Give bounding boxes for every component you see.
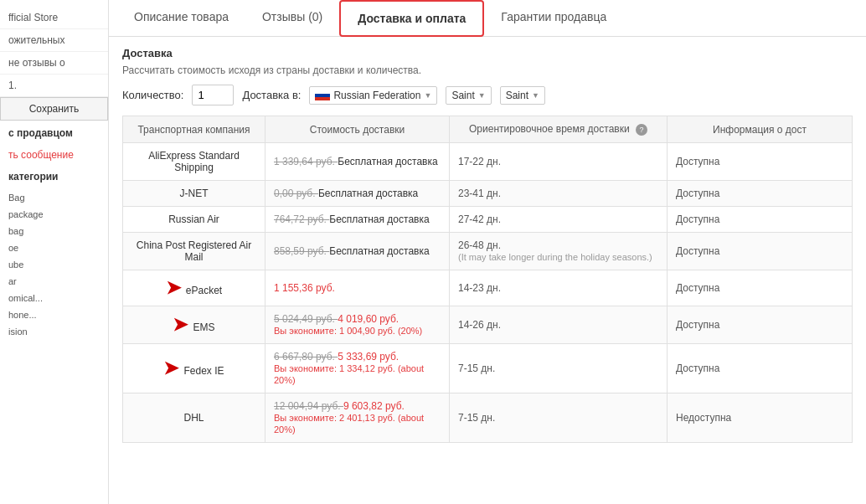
availability-cell: Доступна [668,306,853,344]
availability-cell: Доступна [668,143,853,181]
sidebar-cat-bag[interactable]: Bag [0,189,108,206]
sidebar-cat-omical[interactable]: omical... [0,290,108,306]
price-original: 12 004,94 руб. [274,400,343,412]
carrier-cell: China Post Registered Air Mail [123,233,265,270]
city2-value: Saint [506,90,528,101]
availability-cell: Доступна [668,270,853,306]
availability-text: Доступна [676,363,719,374]
table-row: Russian Air764,72 руб. Бесплатная достав… [123,207,853,233]
carrier-cell: J-NET [123,181,265,207]
calculator-row: Количество: Доставка в: Russian Federati… [122,85,853,105]
availability-text: Доступна [676,245,719,257]
table-row: ➤EMS5 024,49 руб. 4 019,60 руб.Вы эконом… [123,306,853,344]
cost-cell: 1 339,64 руб. Бесплатная доставка [265,143,450,181]
carrier-cell: ➤ePacket [123,270,265,306]
tab-guarantee[interactable]: Гарантии продавца [484,0,623,36]
time-cell: 17-22 дн. [450,143,668,181]
sidebar-section1: ожительных [0,29,108,52]
price-current: 9 603,82 руб. [343,400,405,412]
table-row: DHL12 004,94 руб. 9 603,82 руб.Вы эконом… [123,393,853,443]
availability-cell: Доступна [668,344,853,393]
availability-cell: Доступна [668,207,853,233]
price-current: Бесплатная доставка [318,188,418,199]
tab-delivery[interactable]: Доставка и оплата [339,0,484,37]
carrier-cell: Russian Air [123,207,265,233]
cost-cell: 858,59 руб. Бесплатная доставка [265,233,450,270]
sidebar-cat-ision[interactable]: ision [0,323,108,340]
price-save: Вы экономите: 1 334,12 руб. (about 20%) [274,363,424,385]
price-original: 764,72 руб. [274,213,329,225]
city2-select[interactable]: Saint ▼ [500,86,545,105]
country-value: Russian Federation [333,90,420,101]
quantity-input[interactable] [192,85,234,105]
sidebar-cat-ube[interactable]: ube [0,256,108,273]
sidebar: fficial Store ожительных не отзывы о 1. … [0,0,109,504]
delivery-time: 14-26 дн. [458,319,501,331]
sidebar-cat-hone[interactable]: hone... [0,306,108,323]
time-note: (It may take longer during the holiday s… [458,252,652,262]
price-current: Бесплатная доставка [329,245,429,257]
carrier-cell: ➤Fedex IE [123,344,265,393]
city1-value: Saint [451,90,474,101]
sidebar-seller-section: с продавцом [0,121,108,146]
sidebar-store: fficial Store [0,7,108,29]
table-row: ➤Fedex IE6 667,80 руб. 5 333,69 руб.Вы э… [123,344,853,393]
sidebar-cat-oe[interactable]: ое [0,239,108,256]
delivery-time: 23-41 дн. [458,188,501,199]
delivery-time: 14-23 дн. [458,282,501,294]
carrier-name-text: Fedex IE [183,365,224,377]
sidebar-section2: не отзывы о [0,52,108,75]
header-time: Ориентировочное время доставки ? [450,116,668,143]
time-cell: 7-15 дн. [450,344,668,393]
delivery-subtitle: Рассчитать стоимость исходя из страны до… [122,64,853,76]
availability-text: Доступна [676,213,719,225]
time-cell: 26-48 дн.(It may take longer during the … [450,233,668,270]
carrier-name-text: ePacket [186,285,222,296]
carrier-name-text: DHL [183,412,204,424]
delivery-time: 27-42 дн. [458,213,501,225]
table-row: J-NET0,00 руб. Бесплатная доставка23-41 … [123,181,853,207]
tab-reviews[interactable]: Отзывы (0) [245,0,339,36]
availability-text: Доступна [676,282,719,294]
table-container: Транспортная компания Стоимость доставки… [122,116,853,443]
sidebar-cat-package[interactable]: package [0,206,108,223]
table-row: China Post Registered Air Mail858,59 руб… [123,233,853,270]
availability-text: Недоступна [676,412,731,424]
cost-cell: 1 155,36 руб. [265,270,450,306]
sidebar-cat-ar[interactable]: ar [0,273,108,290]
help-icon[interactable]: ? [636,124,647,136]
cost-cell: 5 024,49 руб. 4 019,60 руб.Вы экономите:… [265,306,450,344]
header-info: Информация о дост [668,116,853,143]
sidebar-categories-title: категории [0,164,108,189]
header-carrier: Транспортная компания [123,116,265,143]
carrier-cell: AliExpress Standard Shipping [123,143,265,181]
table-row: AliExpress Standard Shipping1 339,64 руб… [123,143,853,181]
carrier-name-text: China Post Registered Air Mail [137,239,251,263]
arrow-indicator: ➤ [163,357,178,379]
sidebar-section3: 1. [0,75,108,97]
price-original: 1 339,64 руб. [274,156,338,167]
delivery-time: 26-48 дн. [458,239,501,251]
content-area: Доставка Рассчитать стоимость исходя из … [109,37,866,504]
price-original: 5 024,49 руб. [274,313,338,325]
sidebar-message-link[interactable]: ть сообщение [0,146,108,164]
price-save: Вы экономите: 1 004,90 руб. (20%) [274,326,422,336]
price-current: Бесплатная доставка [329,213,429,225]
main-content: Описание товара Отзывы (0) Доставка и оп… [109,0,866,504]
tabs-bar: Описание товара Отзывы (0) Доставка и оп… [109,0,866,37]
cost-cell: 764,72 руб. Бесплатная доставка [265,207,450,233]
sidebar-cat-bag2[interactable]: bag [0,223,108,239]
arrow-indicator: ➤ [166,277,181,299]
carrier-name-text: EMS [193,321,214,333]
tab-description[interactable]: Описание товара [117,0,245,36]
sidebar-save-button[interactable]: Сохранить [0,97,108,121]
availability-text: Доступна [676,319,719,331]
cost-cell: 6 667,80 руб. 5 333,69 руб.Вы экономите:… [265,344,450,393]
city1-select[interactable]: Saint ▼ [446,86,491,105]
price-original: 858,59 руб. [274,245,329,257]
cost-cell: 12 004,94 руб. 9 603,82 руб.Вы экономите… [265,393,450,443]
country-select[interactable]: Russian Federation ▼ [309,86,437,105]
availability-cell: Доступна [668,233,853,270]
russia-flag-icon [315,90,330,100]
price-current: 5 333,69 руб. [338,351,399,363]
